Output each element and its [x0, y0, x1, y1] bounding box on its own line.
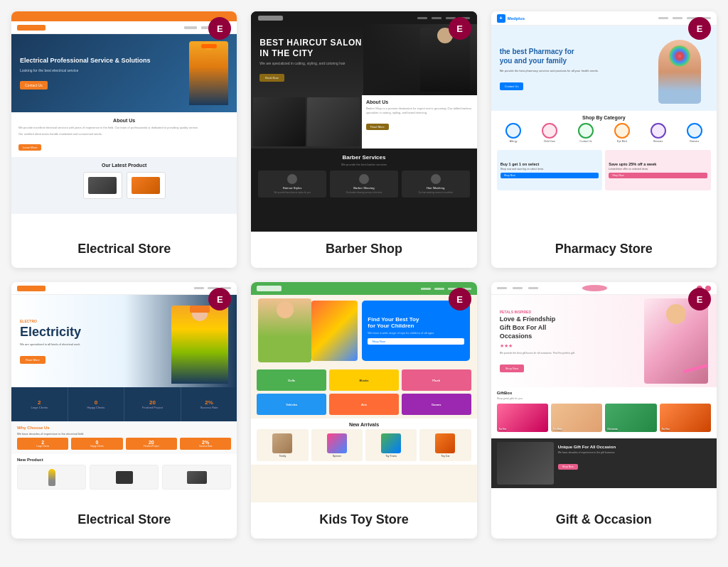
elec2-stat2-4: 2% Success Rate [180, 438, 231, 450]
elec2-stat2-1: 2 Large Clients [17, 438, 68, 450]
card-electrical-store-2[interactable]: E ELECTRO Electricity We are specialized… [11, 282, 237, 539]
elec1-hero-sub: Looking for the best electrical service [20, 68, 189, 72]
elec2-stat-1: 2 Large Clients [11, 387, 68, 421]
card-preview-electrical-1: E Electrical Professional Service & Solu… [11, 11, 237, 232]
barber-hero-title: Best Haircut SalonIn The City [259, 38, 362, 58]
card-label-gift: Gift & Occasion [491, 502, 717, 539]
elec1-product-1[interactable] [83, 172, 122, 199]
pharmacy-cat-icon-1 [505, 123, 521, 139]
elec2-hero-sub: We are specialized in all kinds of elect… [20, 342, 164, 347]
elec2-hero-title: Electricity [20, 325, 164, 340]
elementor-badge-kids: E [449, 288, 471, 310]
kids-toy-1[interactable]: Teddy [257, 429, 308, 461]
gift-item-christmas[interactable]: Christmas [605, 404, 656, 432]
elec1-product-2[interactable] [127, 172, 166, 199]
kids-toy-2[interactable]: Spinner [311, 429, 363, 461]
pharmacy-cat-icon-2 [542, 123, 557, 139]
kids-cat-3[interactable]: Plush [402, 369, 471, 391]
elec2-product-1[interactable] [17, 465, 86, 490]
kids-toy-4[interactable]: Toy Car [419, 429, 471, 461]
pharmacy-cat-icon-4 [614, 123, 630, 139]
gift-item-him[interactable]: For Him [660, 404, 711, 432]
elec2-stat-4: 2% Success Rate [181, 387, 237, 421]
card-barber-shop[interactable]: E Best Haircut SalonIn The City We are s… [251, 11, 476, 268]
scissors-icon [287, 174, 297, 184]
pharmacy-cat-4[interactable]: Eye Med [614, 123, 630, 143]
gift-hero-image [644, 298, 708, 384]
elec1-about-btn[interactable]: Learn More [18, 144, 41, 151]
pharmacy-cat-2[interactable]: Child Care [542, 123, 557, 143]
pharmacy-promo-2-title: Save upto 25% off a week [609, 162, 707, 166]
elec2-stat-3: 20 Finished Project [124, 387, 181, 421]
card-electrical-store-1[interactable]: E Electrical Professional Service & Solu… [11, 11, 237, 268]
gift-occasion-title: Unique Gift For All Occasion [558, 445, 711, 449]
gift-item-baby[interactable]: For Baby [551, 404, 602, 432]
elec1-about-title: About Us [18, 118, 230, 123]
pharmacy-cat-icon-6 [687, 123, 702, 139]
pharmacy-cat-3[interactable]: Contact Us [578, 123, 594, 143]
kids-child-image [258, 298, 311, 362]
gift-hero-btn[interactable]: Shop Now [500, 364, 524, 372]
pharmacy-cat-icon-3 [578, 123, 594, 139]
pharmacy-promo-2[interactable]: Save upto 25% off a week Limited time of… [605, 150, 711, 190]
elementor-badge-pharmacy: E [688, 17, 711, 40]
kids-cat-4[interactable]: Vehicles [257, 394, 326, 415]
barber-service-2[interactable]: Barber Shaving Our barber shaving servic… [330, 171, 398, 198]
elec2-why-title: Why Choose Us [17, 426, 231, 430]
elec2-stat2-3: 20 Finished Project [126, 438, 177, 450]
elementor-badge-gift: E [688, 288, 711, 310]
gift-section-sub: Shop great gifts for you [497, 397, 711, 400]
gift-woman-image [644, 298, 708, 384]
card-gift-occasion[interactable]: E Petals Inspired Love & FriendshipGift … [491, 282, 717, 539]
pharmacy-cat-5[interactable]: Skincare [651, 123, 666, 143]
tool-image [116, 471, 133, 484]
pharmacy-cat-icon-5 [651, 123, 666, 139]
card-label-electrical-2: Electrical Store [11, 502, 237, 539]
elec2-products-title: New Product [17, 458, 231, 462]
pharmacy-promo-2-btn[interactable]: Shop Now [609, 173, 707, 178]
car-toy-image [435, 433, 455, 453]
gift-logo [582, 285, 607, 291]
kids-cat-6[interactable]: Games [402, 394, 471, 415]
kids-cat-2[interactable]: Blocks [329, 369, 399, 391]
razor-icon [359, 174, 369, 184]
elec2-product-3[interactable] [162, 465, 231, 490]
gift-occasion-image [497, 442, 554, 485]
elec2-why-text: We have decades of experience in the ele… [17, 432, 231, 436]
gift-occasion-btn[interactable]: Shop Now [558, 464, 578, 470]
card-preview-gift: E Petals Inspired Love & FriendshipGift … [491, 282, 717, 502]
pharmacy-promo-1-btn[interactable]: Shop Now [500, 173, 599, 178]
barber-service-1[interactable]: Haircut Styles We provide finest haircut… [258, 171, 326, 198]
elec1-hero-btn[interactable]: Contact Us [20, 81, 48, 90]
pharmacy-logo-text: Medplus [508, 16, 525, 21]
elec2-product-2[interactable] [90, 465, 159, 490]
barber-services-sub: We provide the best barber services [258, 163, 469, 166]
kids-cat-5[interactable]: Arts [329, 394, 399, 415]
kids-cat-1[interactable]: Dolls [257, 369, 326, 391]
barber-service-3[interactable]: Hair Washing Our hair washing service is… [402, 171, 470, 198]
pharmacy-category-title: Shop By Category [497, 115, 711, 120]
pharmacy-promo-1-sub: Shop now and save big on select items [500, 168, 599, 171]
kids-toy-3[interactable]: Toy Trains [365, 429, 417, 461]
pharmacy-cat-6[interactable]: Vitamins [687, 123, 702, 143]
barber-hero-btn[interactable]: Book Now [259, 74, 284, 82]
card-pharmacy-store[interactable]: E + Medplus the best Pharmacy foryou and… [491, 11, 717, 268]
barber-about-btn[interactable]: Read More [366, 124, 389, 130]
pharmacy-cross-icon: + [497, 14, 505, 23]
gift-item-her[interactable]: For Her [497, 404, 548, 432]
kids-hero-sub: We have a wide range of toys for childre… [368, 331, 464, 335]
pharmacy-promo-2-sub: Limited time offer on selected items [609, 168, 707, 171]
drill-image [187, 471, 207, 484]
pharmacy-cat-1[interactable]: Allergy [505, 123, 521, 143]
pharmacy-hero-btn[interactable]: Contact Us [500, 82, 524, 90]
card-label-barber: Barber Shop [251, 232, 476, 268]
kids-hero-btn[interactable]: Shop Now [368, 338, 464, 345]
card-kids-toy-store[interactable]: E Find Your Best Toyfor Your Children We… [251, 282, 476, 539]
pharmacy-promo-1[interactable]: Buy 1 get 1 on select Shop now and save … [497, 150, 603, 190]
barber-service-3-desc: Our hair washing service is excellent [405, 191, 466, 194]
train-toy-image [381, 433, 401, 453]
card-label-electrical-1: Electrical Store [11, 232, 237, 268]
pharmacy-hands-image [658, 40, 701, 104]
gift-hero-stars: ★★★ [500, 343, 644, 349]
elec2-hero-btn[interactable]: Read More [20, 356, 46, 364]
